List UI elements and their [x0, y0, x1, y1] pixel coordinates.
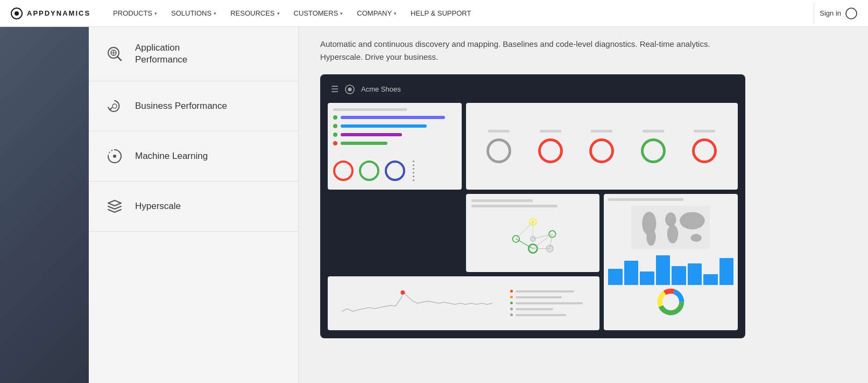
chevron-down-icon: ▾ — [214, 11, 216, 16]
sidebar-item-machine-learning[interactable]: Machine Learning — [89, 131, 298, 182]
svg-line-4 — [117, 57, 121, 60]
content-area: Automatic and continuous discovery and m… — [299, 27, 868, 383]
nav-products[interactable]: PRODUCTS ▾ — [107, 0, 164, 27]
svg-point-9 — [113, 155, 116, 158]
menu-label-ml: Machine Learning — [135, 150, 208, 162]
svg-point-29 — [665, 213, 676, 227]
card-world-map — [604, 194, 738, 330]
refresh-circle-icon — [105, 96, 124, 116]
svg-line-19 — [516, 239, 533, 249]
menu-label-application: ApplicationPerformance — [135, 42, 187, 66]
nav-resources[interactable]: RESOURCES ▾ — [224, 0, 286, 27]
svg-point-25 — [531, 221, 534, 224]
logo[interactable]: APPDYNAMICS — [11, 8, 90, 19]
svg-point-31 — [680, 212, 705, 229]
chevron-down-icon: ▾ — [277, 11, 280, 16]
card-ring-circles — [466, 103, 738, 190]
svg-point-30 — [667, 225, 678, 243]
logo-text: APPDYNAMICS — [27, 9, 90, 17]
nav-customers[interactable]: CUSTOMERS ▾ — [287, 0, 350, 27]
dashboard-header: ☰ Acme Shoes — [328, 82, 738, 96]
navbar: APPDYNAMICS PRODUCTS ▾ SOLUTIONS ▾ RESOU… — [0, 0, 868, 27]
sidebar-image — [0, 27, 89, 383]
sidebar-item-business-performance[interactable]: Business Performance — [89, 81, 298, 131]
svg-point-28 — [647, 229, 656, 246]
chevron-down-icon: ▾ — [394, 11, 397, 16]
logo-icon — [11, 8, 23, 19]
search-graph-icon — [105, 44, 124, 64]
nav-solutions[interactable]: SOLUTIONS ▾ — [165, 0, 223, 27]
sidebar-item-application-performance[interactable]: ApplicationPerformance — [89, 27, 298, 81]
svg-point-37 — [400, 290, 405, 295]
nav-help[interactable]: HELP & SUPPORT — [404, 0, 477, 27]
dashboard-grid — [328, 103, 738, 330]
chevron-down-icon: ▾ — [340, 11, 343, 16]
main-layout: ApplicationPerformance Business Performa… — [0, 27, 868, 383]
nav-items: PRODUCTS ▾ SOLUTIONS ▾ RESOURCES ▾ CUSTO… — [107, 0, 808, 27]
sidebar-item-hyperscale[interactable]: Hyperscale — [89, 182, 298, 232]
menu-label-business: Business Performance — [135, 100, 227, 112]
ml-icon — [105, 147, 124, 166]
svg-point-2 — [846, 8, 857, 19]
card-wave-chart — [328, 276, 599, 330]
menu-label-hyperscale: Hyperscale — [135, 200, 181, 212]
nav-divider — [814, 3, 814, 24]
signin-button[interactable]: Sign in — [820, 8, 857, 19]
card-network-graph — [466, 194, 600, 271]
chevron-down-icon: ▾ — [154, 11, 157, 16]
svg-point-11 — [348, 87, 352, 91]
hamburger-icon: ☰ — [331, 84, 338, 94]
svg-point-8 — [112, 104, 117, 108]
content-description: Automatic and continuous discovery and m… — [320, 38, 729, 64]
user-icon — [845, 8, 857, 19]
svg-point-32 — [691, 234, 702, 242]
dashboard-title: Acme Shoes — [361, 85, 401, 93]
svg-line-18 — [516, 222, 533, 239]
layers-icon — [105, 197, 124, 216]
image-overlay — [0, 27, 89, 383]
mini-bar-chart — [608, 255, 733, 285]
card-horizontal-bars — [328, 103, 462, 190]
svg-point-1 — [15, 11, 19, 16]
dash-logo-icon — [345, 85, 355, 94]
sidebar-menu: ApplicationPerformance Business Performa… — [89, 27, 299, 383]
dashboard-mockup: ☰ Acme Shoes — [320, 74, 745, 338]
nav-company[interactable]: COMPANY ▾ — [350, 0, 403, 27]
